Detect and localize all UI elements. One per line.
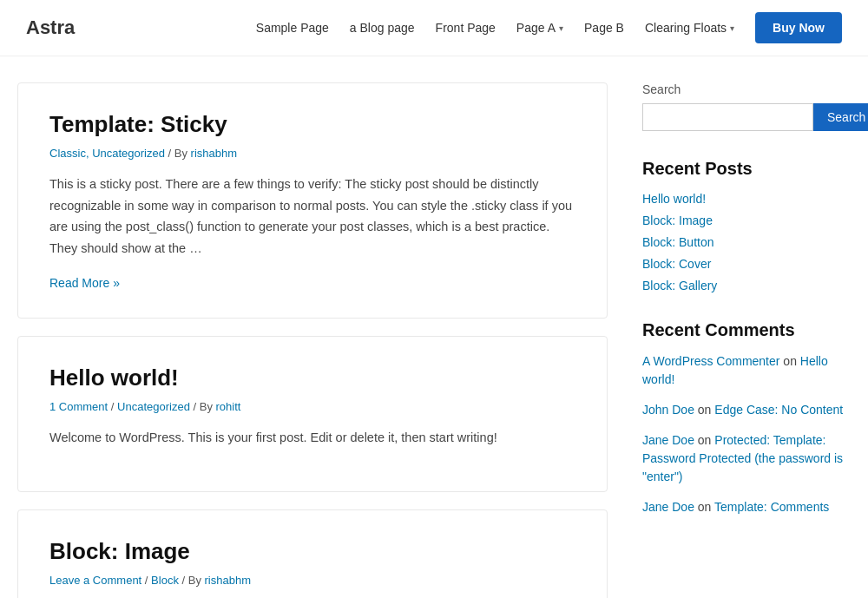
post-category-uncategorized[interactable]: Uncategorized — [92, 147, 165, 160]
post-meta-2: 1 Comment / Uncategorized / By rohitt — [49, 400, 575, 413]
site-header: Astra Sample Page a Blog page Front Page… — [0, 0, 868, 56]
nav-clearing-floats-label: Clearing Floats — [645, 21, 727, 35]
post-category-classic[interactable]: Classic — [49, 147, 86, 160]
post-title-2: Hello world! — [49, 365, 575, 391]
recent-post-link-1[interactable]: Hello world! — [642, 192, 706, 206]
comment-item-4: Jane Doe on Template: Comments — [642, 498, 851, 516]
post-category-2[interactable]: Uncategorized — [117, 400, 190, 413]
post-author[interactable]: rishabhm — [191, 147, 237, 160]
search-label: Search — [642, 82, 851, 96]
comment-on-1: on — [783, 354, 797, 368]
comment-on-3: on — [698, 433, 714, 447]
post-title: Template: Sticky — [49, 111, 575, 138]
nav-front-page[interactable]: Front Page — [436, 21, 496, 35]
nav-sample-page[interactable]: Sample Page — [256, 21, 329, 35]
comment-item-2: John Doe on Edge Case: No Content — [642, 401, 851, 419]
recent-posts-title: Recent Posts — [642, 159, 851, 179]
recent-post-link-4[interactable]: Block: Cover — [642, 257, 711, 271]
main-content: Template: Sticky Classic, Uncategorized … — [17, 82, 608, 598]
post-excerpt: This is a sticky post. There are a few t… — [49, 174, 575, 260]
post-meta-sep: / — [111, 400, 117, 413]
recent-post-link-5[interactable]: Block: Gallery — [642, 279, 717, 292]
commenter-link-1[interactable]: A WordPress Commenter — [642, 354, 779, 368]
nav-page-a-label: Page A — [516, 21, 556, 35]
nav-blog-page[interactable]: a Blog page — [350, 21, 415, 35]
buy-now-button[interactable]: Buy Now — [755, 12, 842, 43]
site-logo[interactable]: Astra — [26, 16, 75, 39]
commenter-link-2[interactable]: John Doe — [642, 403, 694, 417]
recent-post-link-2[interactable]: Block: Image — [642, 214, 713, 227]
post-article-2: Hello world! 1 Comment / Uncategorized /… — [17, 336, 608, 493]
list-item: Block: Image — [642, 213, 851, 227]
comment-item-3: Jane Doe on Protected: Template: Passwor… — [642, 431, 851, 486]
recent-post-link-3[interactable]: Block: Button — [642, 235, 714, 249]
post-article: Template: Sticky Classic, Uncategorized … — [17, 82, 608, 319]
post-meta: Classic, Uncategorized / By rishabhm — [49, 147, 575, 160]
list-item: Hello world! — [642, 191, 851, 206]
search-input[interactable] — [642, 103, 813, 131]
recent-comments-section: Recent Comments A WordPress Commenter on… — [642, 320, 851, 516]
recent-comments-title: Recent Comments — [642, 320, 851, 340]
search-section: Search Search — [642, 82, 851, 131]
post-article-3: Block: Image Leave a Comment / Block / B… — [17, 509, 608, 598]
search-row: Search — [642, 103, 851, 131]
list-item: Block: Button — [642, 234, 851, 249]
nav-clearing-floats-dropdown[interactable]: Clearing Floats ▾ — [645, 21, 734, 35]
post-title-3: Block: Image — [49, 538, 575, 565]
post-excerpt-2: Welcome to WordPress. This is your first… — [49, 427, 575, 449]
sidebar: Search Search Recent Posts Hello world! … — [642, 82, 851, 598]
chevron-down-icon-2: ▾ — [730, 23, 734, 33]
recent-posts-section: Recent Posts Hello world! Block: Image B… — [642, 159, 851, 292]
post-meta-3: Leave a Comment / Block / By rishabhm — [49, 574, 575, 587]
nav-page-b[interactable]: Page B — [584, 21, 624, 35]
comment-item-1: A WordPress Commenter on Hello world! — [642, 352, 851, 389]
commenter-link-3[interactable]: Jane Doe — [642, 433, 694, 447]
comment-on-2: on — [698, 403, 714, 417]
recent-posts-list: Hello world! Block: Image Block: Button … — [642, 191, 851, 292]
post-meta-sep-3: / — [145, 574, 151, 587]
post-meta-by-2: / By — [194, 400, 216, 413]
comment-post-link-4[interactable]: Template: Comments — [714, 500, 829, 514]
comment-post-link-2[interactable]: Edge Case: No Content — [714, 403, 843, 417]
chevron-down-icon: ▾ — [559, 23, 563, 33]
search-button[interactable]: Search — [813, 103, 868, 131]
post-author-2[interactable]: rohitt — [216, 400, 241, 413]
post-meta-by: / By — [168, 147, 191, 160]
post-leave-comment[interactable]: Leave a Comment — [49, 574, 141, 587]
post-meta-by-3: / By — [182, 574, 205, 587]
post-comment-count[interactable]: 1 Comment — [49, 400, 108, 413]
comment-on-4: on — [698, 500, 714, 514]
main-nav: Sample Page a Blog page Front Page Page … — [256, 12, 842, 43]
read-more-link[interactable]: Read More » — [49, 276, 120, 290]
post-author-3[interactable]: rishabhm — [205, 574, 251, 587]
list-item: Block: Gallery — [642, 278, 851, 292]
commenter-link-4[interactable]: Jane Doe — [642, 500, 694, 514]
site-content: Template: Sticky Classic, Uncategorized … — [0, 56, 868, 598]
post-category-3[interactable]: Block — [151, 574, 179, 587]
list-item: Block: Cover — [642, 256, 851, 271]
nav-page-a-dropdown[interactable]: Page A ▾ — [516, 21, 563, 35]
